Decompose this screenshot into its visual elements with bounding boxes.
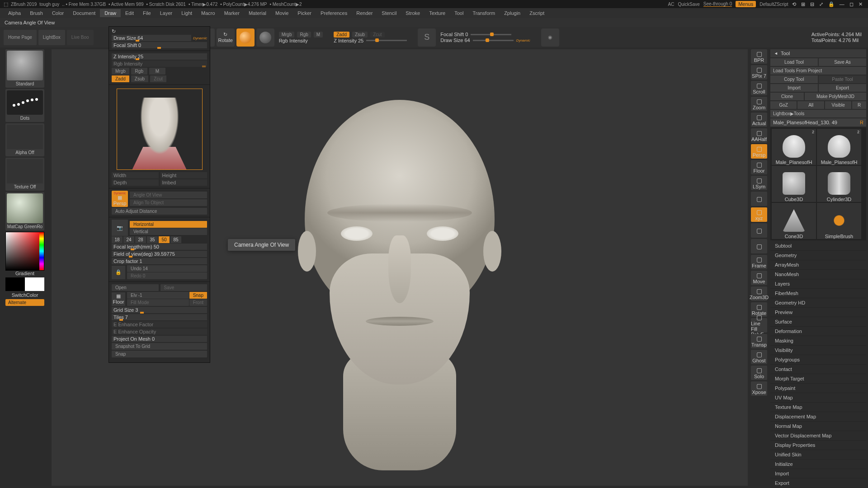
lightbox-tools-button[interactable]: Lightbox▶Tools [770, 110, 866, 117]
enhance-factor-slider[interactable]: E Enhance Factor [112, 321, 207, 328]
section-arraymesh[interactable]: ArrayMesh [770, 260, 866, 270]
menu-document[interactable]: Document [68, 9, 100, 17]
rotate-icon[interactable]: ↻Rotate [217, 28, 235, 47]
section-texture-map[interactable]: Texture Map [770, 403, 866, 412]
dock-xyz[interactable]: ▢xyz [751, 207, 767, 222]
copy-tool-button[interactable]: Copy Tool [770, 75, 818, 83]
tool-thumb-cube3d[interactable]: Cube3D [772, 166, 816, 202]
angle-of-view-button[interactable]: Angle Of View [130, 192, 207, 198]
dock-actual[interactable]: ▢Actual [751, 113, 767, 127]
lens-18[interactable]: 18 [112, 236, 123, 243]
camera-icon[interactable]: 📷 [112, 220, 128, 236]
tool-thumb-cylinder3d[interactable]: Cylinder3D [817, 166, 861, 202]
gridsize-slider[interactable]: Grid Size 3 [112, 307, 207, 313]
section-visibility[interactable]: Visibility [770, 346, 866, 355]
snap-button[interactable]: Snap [189, 292, 207, 299]
z-intensity-label[interactable]: Z Intensity 25 [334, 38, 363, 43]
horizontal-button[interactable]: Horizontal [130, 221, 207, 228]
menu-transform[interactable]: Transform [468, 9, 500, 17]
open-button[interactable]: Open [112, 284, 159, 291]
section-layers[interactable]: Layers [770, 279, 866, 289]
tool-header[interactable]: Tool [770, 49, 866, 57]
makepoly-button[interactable]: Make PolyMesh3D [805, 93, 866, 100]
section-normal-map[interactable]: Normal Map [770, 422, 866, 431]
menu-layer[interactable]: Layer [156, 9, 177, 17]
save-button[interactable]: Save [160, 284, 208, 291]
rgb-btn[interactable]: Rgb [131, 68, 147, 75]
s-icon[interactable]: S [418, 28, 436, 47]
lens-85[interactable]: 85 [170, 236, 181, 243]
draw-size-label[interactable]: Draw Size 64 [440, 38, 470, 43]
dynamic-icon[interactable]: ◉ [541, 28, 559, 47]
goz-button[interactable]: GoZ [770, 101, 797, 109]
focal-shift-label[interactable]: Focal Shift 0 [440, 32, 468, 37]
menu-zscript[interactable]: Zscript [525, 9, 549, 17]
section-vector-displacement-map[interactable]: Vector Displacement Map [770, 431, 866, 441]
lightbox-button[interactable]: LightBox [38, 30, 65, 45]
rgb-button[interactable]: Rgb [297, 32, 311, 38]
menu-color[interactable]: Color [47, 9, 68, 17]
front-button[interactable]: Front [189, 299, 207, 306]
m-btn[interactable]: M [149, 68, 165, 75]
mrgb-btn[interactable]: Mrgb [112, 68, 129, 75]
r-button[interactable]: R [852, 101, 866, 109]
floor-icon[interactable]: ▦Floor [112, 292, 125, 306]
auto-adjust-button[interactable]: Auto Adjust Distance [112, 208, 207, 215]
window-icons[interactable]: ⟲ ⊞ ⊟ ⤢ 🔒 — ◻ ✕ [792, 1, 864, 7]
menu-texture[interactable]: Texture [425, 9, 450, 17]
section-uv-map[interactable]: UV Map [770, 393, 866, 403]
visible-button[interactable]: Visible [825, 101, 851, 109]
menu-alpha[interactable]: Alpha [4, 9, 25, 17]
section-deformation[interactable]: Deformation [770, 327, 866, 336]
tool-thumb-cone3d[interactable]: Cone3D [772, 203, 816, 239]
alpha-swatch[interactable]: Alpha Off [5, 123, 44, 156]
zsub-button[interactable]: Zsub [352, 32, 368, 38]
undo-button[interactable]: Undo 14 [127, 265, 207, 272]
section-subtool[interactable]: Subtool [770, 241, 866, 251]
paste-tool-button[interactable]: Paste Tool [819, 75, 866, 83]
menu-marker[interactable]: Marker [220, 9, 244, 17]
menu-brush[interactable]: Brush [25, 9, 47, 17]
mrgb-button[interactable]: Mrgb [279, 32, 295, 38]
current-tool-label[interactable]: Male_PlanesofHead_130. 49R [770, 118, 866, 127]
bw-swatches[interactable] [5, 277, 44, 291]
vertical-button[interactable]: Vertical [130, 228, 207, 235]
project-on-mesh-slider[interactable]: Project On Mesh 0 [112, 336, 207, 342]
lens-24[interactable]: 24 [123, 236, 134, 243]
menu-edit[interactable]: Edit [121, 9, 138, 17]
refresh-icon[interactable]: ↻ [112, 28, 116, 34]
color-picker[interactable]: Gradient [5, 232, 44, 276]
height-slider[interactable]: Height [160, 172, 208, 178]
alternate-button[interactable]: Alternate [5, 299, 44, 306]
dock-ghost[interactable]: ▢Ghost [751, 350, 767, 364]
menu-file[interactable]: File [138, 9, 156, 17]
section-surface[interactable]: Surface [770, 317, 866, 327]
section-import[interactable]: Import [770, 469, 866, 479]
zcut-btn[interactable]: Zcut [150, 75, 166, 82]
section-displacement-map[interactable]: Displacement Map [770, 412, 866, 422]
align-to-object-button[interactable]: Align To Object [130, 199, 207, 206]
m-button[interactable]: M [314, 32, 323, 38]
load-from-project-button[interactable]: Load Tools From Project [770, 67, 866, 75]
imbed-slider[interactable]: Imbed [160, 179, 208, 186]
material-swatch[interactable]: MatCap GreenRo [5, 192, 44, 230]
zadd-button[interactable]: Zadd [334, 32, 349, 38]
dynamic-tag[interactable]: Dynamic [516, 38, 530, 42]
section-geometry-hd[interactable]: Geometry HD [770, 298, 866, 308]
zcut-button[interactable]: Zcut [370, 32, 384, 38]
stroke-swatch[interactable]: Dots [5, 89, 44, 122]
menu-render[interactable]: Render [352, 9, 377, 17]
draw-mode-icon[interactable] [236, 28, 255, 47]
dock-scroll[interactable]: ▢Scroll [751, 81, 767, 95]
section-morph-target[interactable]: Morph Target [770, 374, 866, 384]
import-button[interactable]: Import [770, 84, 818, 92]
section-contact[interactable]: Contact [770, 365, 866, 374]
seethrough-slider[interactable]: See-through 0 [703, 1, 732, 7]
enhance-opacity-slider[interactable]: E Enhance Opacity [112, 328, 207, 335]
drawsize-slider[interactable]: Draw Size 64 [112, 35, 191, 41]
dock-lsym[interactable]: ▢LSym [751, 176, 767, 190]
dock-floor[interactable]: ▢Floor [751, 160, 767, 174]
dock-zoom[interactable]: ▢Zoom [751, 97, 767, 111]
dock-line-fill-polyf[interactable]: ▢Line Fill PolyF [751, 318, 767, 333]
dock-blank[interactable]: ▢ [751, 223, 767, 238]
